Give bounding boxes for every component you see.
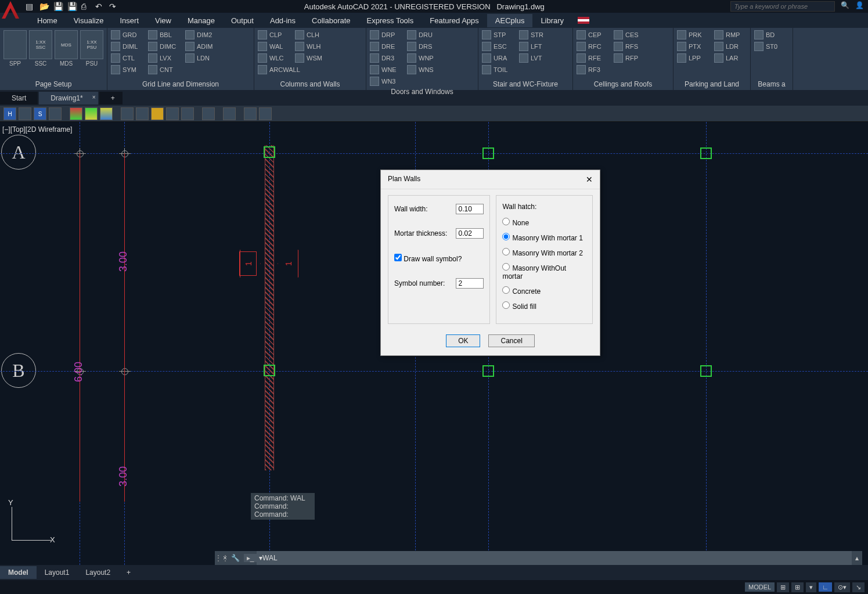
tool-j-icon[interactable] bbox=[49, 107, 62, 120]
open-icon[interactable]: 📂 bbox=[39, 2, 49, 11]
search-input[interactable] bbox=[730, 1, 835, 12]
new-icon[interactable]: ▤ bbox=[26, 2, 35, 11]
ribbon-tool-grd[interactable]: GRD bbox=[111, 30, 142, 39]
menu-item-visualize[interactable]: Visualize bbox=[66, 14, 112, 27]
cancel-button[interactable]: Cancel bbox=[488, 334, 534, 347]
hatch-radio-masonry-with-mortar-2[interactable]: Masonry With mortar 2 bbox=[502, 248, 586, 257]
ribbon-tool-dr3[interactable]: DR3 bbox=[370, 53, 401, 63]
wall-width-input[interactable] bbox=[456, 204, 484, 214]
ribbon-tool-lvx[interactable]: LVX bbox=[148, 53, 179, 63]
ok-button[interactable]: OK bbox=[446, 334, 480, 347]
menu-item-express-tools[interactable]: Express Tools bbox=[359, 14, 422, 27]
ribbon-tool-lft[interactable]: LFT bbox=[519, 42, 550, 51]
ribbon-tool-rfc[interactable]: RFC bbox=[577, 42, 608, 51]
ribbon-tool-lvt[interactable]: LVT bbox=[519, 53, 550, 63]
command-input[interactable]: ▾WAL bbox=[257, 551, 852, 565]
tool-a-icon[interactable] bbox=[121, 107, 134, 120]
hatch-radio-masonry-without-mortar[interactable]: Masonry WithOut mortar bbox=[502, 263, 586, 280]
ribbon-tool-ssc[interactable]: 1:XXSSC bbox=[29, 30, 52, 59]
layout-add-button[interactable]: + bbox=[118, 566, 135, 579]
ribbon-tool-adim[interactable]: ADIM bbox=[185, 42, 217, 51]
ribbon-tool-ces[interactable]: CES bbox=[614, 30, 645, 39]
ribbon-tool-wlh[interactable]: WLH bbox=[295, 42, 326, 51]
hatch-radio-masonry-with-mortar-1[interactable]: Masonry With mortar 1 bbox=[502, 233, 586, 242]
search-icon[interactable]: 🔍 bbox=[841, 1, 851, 12]
ribbon-tool-dre[interactable]: DRE bbox=[370, 42, 401, 51]
layout-tab-layout2[interactable]: Layout2 bbox=[77, 566, 118, 579]
tool-draw-icon[interactable] bbox=[19, 107, 31, 120]
menu-item-insert[interactable]: Insert bbox=[111, 14, 147, 27]
ribbon-tool-sym[interactable]: SYM bbox=[111, 65, 142, 74]
tool-b-icon[interactable] bbox=[136, 107, 149, 120]
hatch-radio-concrete[interactable]: Concrete bbox=[502, 286, 586, 296]
menu-item-aecplus[interactable]: AECplus bbox=[487, 14, 533, 27]
tab-add-button[interactable]: + bbox=[99, 92, 123, 105]
tool-g-icon[interactable] bbox=[223, 107, 236, 120]
ribbon-tool-dimc[interactable]: DIMC bbox=[148, 42, 179, 51]
user-icon[interactable]: 👤 bbox=[855, 1, 866, 12]
ribbon-tool-psu[interactable]: 1:XXPSU bbox=[80, 30, 103, 59]
menu-item-manage[interactable]: Manage bbox=[179, 14, 223, 27]
hatch-radio-none[interactable]: None bbox=[502, 218, 586, 227]
mortar-thickness-input[interactable] bbox=[456, 228, 484, 239]
tool-layer3-icon[interactable] bbox=[100, 107, 113, 120]
status-polar-icon[interactable]: ⊙▾ bbox=[834, 582, 850, 592]
status-grid2-icon[interactable]: ⊞ bbox=[791, 582, 804, 592]
ribbon-tool-esc[interactable]: ESC bbox=[482, 42, 513, 51]
menu-item-add-ins[interactable]: Add-ins bbox=[262, 14, 304, 27]
ribbon-tool-rf3[interactable]: RF3 bbox=[577, 65, 608, 74]
ribbon-tool-ura[interactable]: URA bbox=[482, 53, 513, 63]
tool-layer1-icon[interactable] bbox=[70, 107, 82, 120]
ribbon-tool-lpp[interactable]: LPP bbox=[677, 53, 708, 63]
tool-d-icon[interactable] bbox=[166, 107, 179, 120]
status-ortho-icon[interactable]: ∟ bbox=[819, 582, 832, 592]
ribbon-tool-rfp[interactable]: RFP bbox=[614, 53, 645, 63]
ribbon-tool-clh[interactable]: CLH bbox=[295, 30, 326, 39]
ribbon-tool-wlc[interactable]: WLC bbox=[258, 53, 289, 63]
tool-c-icon[interactable] bbox=[151, 107, 164, 120]
ribbon-tool-mds[interactable]: MDS bbox=[55, 30, 78, 59]
save-icon[interactable]: 💾 bbox=[53, 2, 63, 11]
view-label[interactable]: [−][Top][2D Wireframe] bbox=[2, 125, 72, 134]
cmd-customize-icon[interactable]: 🔧 bbox=[231, 554, 244, 562]
tab-close-icon[interactable]: × bbox=[92, 94, 96, 100]
layout-tab-layout1[interactable]: Layout1 bbox=[37, 566, 78, 579]
close-icon[interactable]: ✕ bbox=[586, 175, 593, 184]
file-tab-start[interactable]: Start bbox=[0, 92, 38, 105]
menu-item-library[interactable]: Library bbox=[532, 14, 572, 27]
ribbon-tool-rmp[interactable]: RMP bbox=[714, 30, 745, 39]
status-dropdown-icon[interactable]: ▾ bbox=[806, 582, 816, 592]
ribbon-tool-dru[interactable]: DRU bbox=[407, 30, 438, 39]
ribbon-tool-str[interactable]: STR bbox=[519, 30, 550, 39]
draw-symbol-checkbox[interactable]: Draw wall symbol? bbox=[394, 255, 462, 263]
command-line[interactable]: ⋮⋮ × 🔧 ▸_ ▾WAL ▴ bbox=[215, 551, 862, 565]
menu-item-output[interactable]: Output bbox=[223, 14, 262, 27]
tool-k-icon[interactable] bbox=[259, 107, 272, 120]
ribbon-tool-wne[interactable]: WNE bbox=[370, 65, 401, 74]
ribbon-tool-ldn[interactable]: LDN bbox=[185, 53, 217, 63]
ribbon-tool-ldr[interactable]: LDR bbox=[714, 42, 745, 51]
ribbon-tool-rfs[interactable]: RFS bbox=[614, 42, 645, 51]
ribbon-tool-ptx[interactable]: PTX bbox=[677, 42, 708, 51]
ribbon-tool-bbl[interactable]: BBL bbox=[148, 30, 179, 39]
hatch-radio-solid-fill[interactable]: Solid fill bbox=[502, 301, 586, 311]
ribbon-tool-clp[interactable]: CLP bbox=[258, 30, 289, 39]
menu-item-home[interactable]: Home bbox=[29, 14, 66, 27]
tool-i-icon[interactable] bbox=[244, 107, 257, 120]
ribbon-tool-wns[interactable]: WNS bbox=[407, 65, 438, 74]
tool-e-icon[interactable] bbox=[181, 107, 194, 120]
ribbon-tool-diml[interactable]: DIML bbox=[111, 42, 142, 51]
layout-tab-model[interactable]: Model bbox=[0, 566, 37, 579]
ribbon-tool-wal[interactable]: WAL bbox=[258, 42, 289, 51]
ribbon-tool-st0[interactable]: ST0 bbox=[754, 42, 786, 51]
ribbon-tool-lar[interactable]: LAR bbox=[714, 53, 745, 63]
undo-icon[interactable]: ↶ bbox=[95, 2, 105, 11]
tool-layer2-icon[interactable] bbox=[85, 107, 98, 120]
status-grid-icon[interactable]: ⊞ bbox=[777, 582, 789, 592]
ribbon-tool-wnp[interactable]: WNP bbox=[407, 53, 438, 63]
symbol-number-input[interactable] bbox=[456, 278, 484, 289]
ribbon-tool-ctl[interactable]: CTL bbox=[111, 53, 142, 63]
status-model[interactable]: MODEL bbox=[745, 582, 775, 592]
ribbon-tool-spp[interactable] bbox=[3, 30, 27, 59]
ribbon-tool-cnt[interactable]: CNT bbox=[148, 65, 179, 74]
